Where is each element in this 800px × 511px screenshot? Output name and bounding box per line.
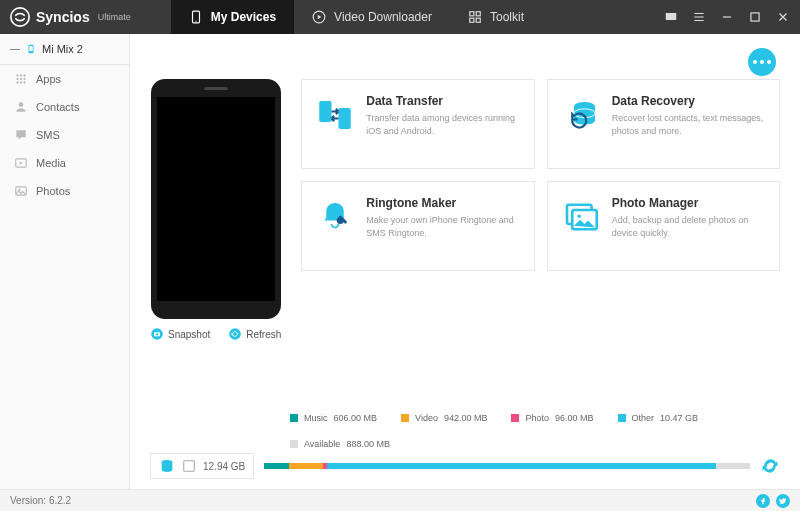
svg-rect-11 <box>29 46 32 51</box>
card-data-recovery[interactable]: Data Recovery Recover lost contacts, tex… <box>547 79 780 169</box>
apps-icon <box>14 72 28 86</box>
main-tabs: My Devices Video Downloader Toolkit <box>171 0 542 34</box>
card-title: Photo Manager <box>612 196 767 210</box>
sidebar-item-apps[interactable]: Apps <box>0 65 129 93</box>
card-desc: Make your own iPhone Ringtone and SMS Ri… <box>366 214 521 239</box>
app-edition: Ultimate <box>98 12 131 22</box>
more-dots-icon <box>753 60 771 64</box>
tab-label: Toolkit <box>490 10 524 24</box>
card-photo-manager[interactable]: Photo Manager Add, backup and delete pho… <box>547 181 780 271</box>
app-logo: Syncios Ultimate <box>10 7 131 27</box>
photo-manager-icon <box>560 196 602 238</box>
media-icon <box>14 156 28 170</box>
main-content: Snapshot Refresh Data Transfer Transfer … <box>130 34 800 489</box>
card-ringtone-maker[interactable]: Ringtone Maker Make your own iPhone Ring… <box>301 181 534 271</box>
sidebar-item-photos[interactable]: Photos <box>0 177 129 205</box>
svg-point-2 <box>195 21 196 22</box>
legend-other: Other10.47 GB <box>618 413 699 423</box>
card-desc: Add, backup and delete photos on device … <box>612 214 767 239</box>
sync-button[interactable] <box>760 456 780 476</box>
collapse-icon <box>10 49 20 50</box>
storage-total: 12.94 GB <box>203 461 245 472</box>
menu-icon[interactable] <box>692 10 706 24</box>
svg-rect-9 <box>751 13 759 21</box>
svg-point-0 <box>11 8 29 26</box>
maximize-button[interactable] <box>748 10 762 24</box>
sidebar-item-label: Photos <box>36 185 70 197</box>
tab-toolkit[interactable]: Toolkit <box>450 0 542 34</box>
refresh-icon <box>228 327 242 341</box>
seg-other <box>327 463 716 469</box>
svg-point-18 <box>16 81 18 83</box>
sidebar-item-label: Apps <box>36 73 61 85</box>
data-recovery-icon <box>560 94 602 136</box>
svg-rect-8 <box>666 13 677 20</box>
sms-icon <box>14 128 28 142</box>
svg-rect-5 <box>476 12 480 16</box>
more-button[interactable] <box>748 48 776 76</box>
svg-point-27 <box>156 333 158 335</box>
feature-cards: Data Transfer Transfer data among device… <box>301 79 780 341</box>
card-title: Data Recovery <box>612 94 767 108</box>
sidebar-item-label: Contacts <box>36 101 79 113</box>
sidebar-item-contacts[interactable]: Contacts <box>0 93 129 121</box>
device-selector[interactable]: Mi Mix 2 <box>0 34 129 65</box>
app-name: Syncios <box>36 9 90 25</box>
svg-point-13 <box>20 74 22 76</box>
svg-point-36 <box>577 214 581 218</box>
svg-point-20 <box>23 81 25 83</box>
tab-video-downloader[interactable]: Video Downloader <box>294 0 450 34</box>
close-button[interactable] <box>776 10 790 24</box>
snapshot-label: Snapshot <box>168 329 210 340</box>
svg-rect-29 <box>320 101 332 122</box>
card-desc: Transfer data among devices running iOS … <box>366 112 521 137</box>
device-preview: Snapshot Refresh <box>150 79 281 341</box>
tab-label: My Devices <box>211 10 276 24</box>
svg-point-16 <box>20 78 22 80</box>
phone-icon <box>189 10 203 24</box>
seg-available <box>716 463 750 469</box>
twitter-button[interactable] <box>776 494 790 508</box>
svg-point-14 <box>23 74 25 76</box>
svg-rect-6 <box>470 18 474 22</box>
refresh-button[interactable]: Refresh <box>228 327 281 341</box>
phone-speaker <box>204 87 228 90</box>
sidebar-item-media[interactable]: Media <box>0 149 129 177</box>
minimize-button[interactable] <box>720 10 734 24</box>
contacts-icon <box>14 100 28 114</box>
toolkit-icon <box>468 10 482 24</box>
version-number: 6.2.2 <box>49 495 71 506</box>
message-icon[interactable] <box>664 10 678 24</box>
svg-rect-30 <box>339 108 351 129</box>
version-label: Version: <box>10 495 46 506</box>
snapshot-button[interactable]: Snapshot <box>150 327 210 341</box>
footer: Version: 6.2.2 <box>0 489 800 511</box>
seg-music <box>264 463 288 469</box>
sidebar-item-label: SMS <box>36 129 60 141</box>
seg-video <box>289 463 323 469</box>
titlebar: Syncios Ultimate My Devices Video Downlo… <box>0 0 800 34</box>
facebook-button[interactable] <box>756 494 770 508</box>
legend-video: Video942.00 MB <box>401 413 487 423</box>
card-data-transfer[interactable]: Data Transfer Transfer data among device… <box>301 79 534 169</box>
ringtone-maker-icon <box>314 196 356 238</box>
play-icon <box>312 10 326 24</box>
card-title: Data Transfer <box>366 94 521 108</box>
storage-device-toggle[interactable]: 12.94 GB <box>150 453 254 479</box>
card-desc: Recover lost contacts, text messages, ph… <box>612 112 767 137</box>
storage-legend: Music606.00 MB Video942.00 MB Photo96.00… <box>290 413 780 449</box>
sidebar-item-sms[interactable]: SMS <box>0 121 129 149</box>
svg-point-15 <box>16 78 18 80</box>
storage-section: Music606.00 MB Video942.00 MB Photo96.00… <box>150 403 780 479</box>
svg-point-12 <box>16 74 18 76</box>
refresh-label: Refresh <box>246 329 281 340</box>
phone-screen <box>157 97 275 301</box>
syncios-logo-icon <box>10 7 30 27</box>
svg-rect-4 <box>470 12 474 16</box>
tab-label: Video Downloader <box>334 10 432 24</box>
snapshot-icon <box>150 327 164 341</box>
tab-my-devices[interactable]: My Devices <box>171 0 294 34</box>
storage-internal-icon <box>159 458 175 474</box>
storage-sd-icon <box>181 458 197 474</box>
device-phone-icon <box>26 42 36 56</box>
